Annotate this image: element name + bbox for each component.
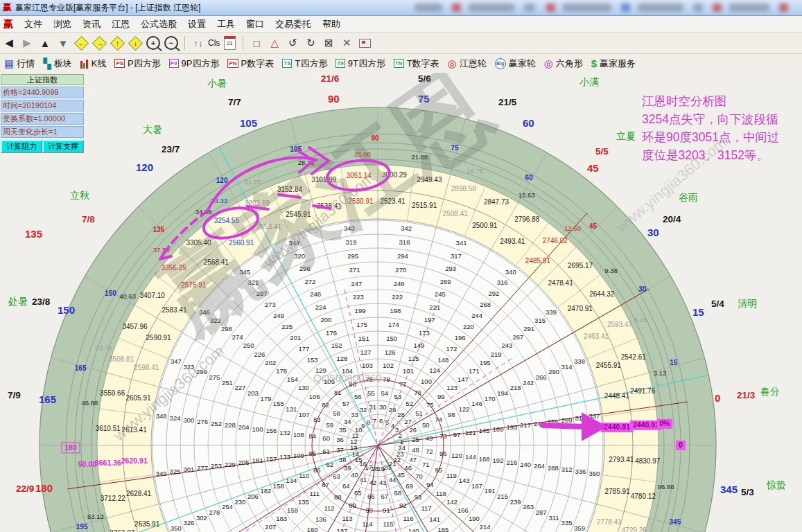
- svg-text:15.63: 15.63: [518, 191, 535, 199]
- menu-item-窗口[interactable]: 窗口: [241, 17, 270, 32]
- svg-text:218: 218: [510, 384, 521, 391]
- svg-text:89: 89: [349, 502, 356, 509]
- blurred-tab-item: [693, 3, 703, 12]
- date-label: 21/3: [737, 390, 756, 400]
- calc-resistance-button[interactable]: 计算阻力: [1, 140, 42, 153]
- svg-text:181: 181: [252, 456, 263, 464]
- svg-text:35: 35: [339, 426, 347, 434]
- solar-term-label: 立夏: [616, 130, 636, 141]
- svg-text:24: 24: [398, 444, 406, 452]
- hexagon-button[interactable]: ◎六角形: [544, 57, 583, 70]
- menu-item-浏览[interactable]: 浏览: [48, 17, 77, 32]
- rotate-ccw-icon[interactable]: ↺: [284, 35, 301, 51]
- svg-text:142: 142: [446, 498, 457, 506]
- sector-button-label: 板块: [54, 57, 72, 70]
- svg-text:134: 134: [286, 477, 297, 484]
- svg-text:85: 85: [309, 450, 317, 457]
- svg-text:120: 120: [216, 177, 228, 184]
- next-icon[interactable]: ▶: [19, 35, 35, 51]
- sector-button[interactable]: ▚板块: [43, 57, 72, 70]
- t-square-button[interactable]: TST四方形: [282, 57, 327, 70]
- svg-text:140: 140: [408, 527, 419, 532]
- hexagon-button-label: 六角形: [556, 57, 583, 70]
- calendar-icon[interactable]: 21: [221, 35, 238, 51]
- rotate-cw-icon[interactable]: ↻: [302, 35, 319, 51]
- svg-text:314: 314: [561, 363, 573, 371]
- market-button[interactable]: ▦行情: [4, 57, 35, 70]
- p-square-button[interactable]: PSP四方形: [114, 57, 160, 70]
- step-up-icon[interactable]: ↑: [109, 35, 125, 51]
- step-down-icon[interactable]: ↓: [127, 35, 143, 51]
- hexagon-icon: ◎: [544, 57, 553, 70]
- menu-item-帮助[interactable]: 帮助: [317, 17, 346, 32]
- svg-text:47: 47: [410, 456, 417, 463]
- up-icon[interactable]: ▲: [37, 35, 53, 51]
- zoom-in-icon[interactable]: +: [145, 35, 162, 51]
- svg-text:2793.41: 2793.41: [609, 456, 634, 463]
- svg-text:176: 176: [326, 329, 337, 337]
- cls-button[interactable]: Cls: [208, 35, 220, 51]
- svg-text:94: 94: [426, 481, 434, 488]
- menu-item-工具[interactable]: 工具: [211, 17, 241, 32]
- menu-item-交易委托[interactable]: 交易委托: [270, 17, 317, 32]
- solar-term-label: 立秋: [70, 190, 89, 201]
- t9-square-button[interactable]: T99T四方形: [335, 57, 385, 70]
- svg-text:117: 117: [421, 504, 431, 512]
- svg-text:2644.32: 2644.32: [589, 290, 615, 298]
- svg-text:317: 317: [451, 252, 462, 260]
- svg-text:264: 264: [534, 462, 545, 470]
- svg-text:325: 325: [170, 468, 181, 475]
- svg-text:67: 67: [381, 493, 389, 500]
- kline-button[interactable]: K线: [80, 57, 107, 70]
- svg-text:54: 54: [381, 389, 389, 397]
- price-updown-icon[interactable]: ↑↓: [190, 35, 207, 51]
- menu-item-江恩[interactable]: 江恩: [106, 17, 135, 32]
- window-title: 赢家江恩专业版[赢家服务平台] - [上证指数 江恩轮]: [15, 2, 200, 14]
- down-icon[interactable]: ▼: [55, 35, 71, 51]
- svg-text:3763.07: 3763.07: [110, 529, 135, 532]
- svg-text:197: 197: [424, 316, 435, 323]
- svg-text:0%: 0%: [659, 419, 670, 427]
- svg-text:41: 41: [360, 476, 367, 484]
- svg-text:190: 190: [469, 515, 480, 522]
- svg-text:203: 203: [247, 389, 259, 397]
- gann-wheel-button[interactable]: ◎江恩轮: [448, 57, 487, 70]
- winner-service-button[interactable]: $赢家服务: [591, 57, 636, 70]
- svg-text:180: 180: [64, 443, 77, 452]
- degree-label-180: 180: [35, 482, 53, 494]
- winner-wheel-button[interactable]: Big赢家轮: [495, 57, 536, 70]
- p9-square-button[interactable]: P99P四方形: [169, 57, 220, 70]
- svg-text:246: 246: [394, 280, 405, 287]
- collapse-icon[interactable]: ✕: [338, 35, 355, 51]
- step-left-icon[interactable]: ←: [73, 35, 89, 51]
- maximize-icon[interactable]: ⊠: [320, 35, 337, 51]
- svg-text:132: 132: [279, 429, 290, 436]
- svg-text:51: 51: [415, 409, 423, 417]
- menu-item-公式选股[interactable]: 公式选股: [135, 17, 182, 32]
- svg-text:98: 98: [448, 411, 455, 418]
- app-logo-icon: 赢: [3, 1, 12, 14]
- calc-support-button[interactable]: 计算支撑: [42, 140, 84, 153]
- p-table-button[interactable]: PNP数字表: [227, 57, 274, 70]
- menu-item-设置[interactable]: 设置: [182, 17, 211, 32]
- svg-text:6: 6: [379, 417, 383, 425]
- date-label: 5/3: [741, 487, 754, 497]
- t-table-button[interactable]: TNT数字表: [394, 57, 439, 70]
- svg-text:40: 40: [351, 471, 358, 479]
- degree-label-15: 15: [692, 306, 704, 318]
- svg-text:96.88: 96.88: [658, 483, 674, 490]
- screen-icon[interactable]: [356, 35, 373, 51]
- svg-text:46.88: 46.88: [81, 399, 98, 407]
- menu-item-文件[interactable]: 文件: [19, 17, 48, 32]
- t-square-button-label: T四方形: [295, 57, 327, 70]
- svg-text:288: 288: [548, 464, 559, 472]
- svg-text:65: 65: [354, 489, 362, 497]
- svg-text:115: 115: [383, 520, 393, 528]
- menu-item-资讯[interactable]: 资讯: [77, 17, 106, 32]
- step-right-icon[interactable]: →: [91, 35, 107, 51]
- triangle-tool-icon[interactable]: △: [266, 35, 283, 51]
- zoom-out-icon[interactable]: −: [163, 35, 180, 51]
- prev-icon[interactable]: ◀: [1, 35, 17, 51]
- svg-text:2448.41: 2448.41: [604, 392, 630, 400]
- square-tool-icon[interactable]: □: [248, 35, 265, 51]
